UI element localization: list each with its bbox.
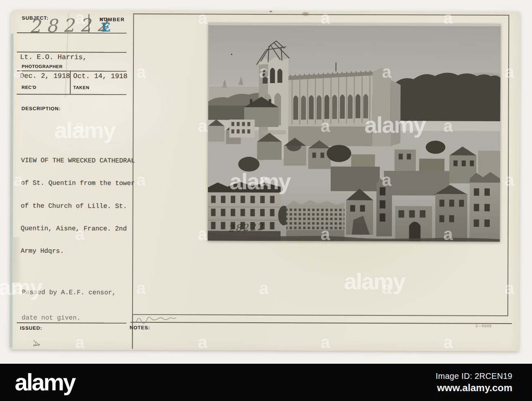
description-text: VIEW OF THE WRECKED CATHEDRAL of St. Que… bbox=[20, 142, 135, 270]
alamy-url-text: www.alamy.com bbox=[436, 382, 512, 394]
photographer-label: PHOTOGRAPHER bbox=[22, 64, 63, 69]
handwritten-scribble bbox=[134, 313, 179, 326]
stain bbox=[269, 11, 272, 12]
image-id-text: Image ID: 2RCEN19 bbox=[436, 372, 512, 381]
description-line: of the Church of Lille. St. bbox=[21, 202, 135, 211]
alamy-stock-page: SUBJECT: 28222 NUMBER E Lt. E.O. Harris,… bbox=[0, 0, 532, 401]
footer-bar: alamy Image ID: 2RCEN19 www.alamy.com bbox=[0, 364, 532, 401]
form-line bbox=[17, 52, 126, 53]
censor-line: date not given. bbox=[22, 313, 116, 324]
column-divider bbox=[132, 315, 133, 349]
issued-label: ISSUED: bbox=[20, 325, 42, 331]
photo-scene: 28222 bbox=[207, 23, 500, 242]
description-label: DESCRIPTION: bbox=[22, 106, 61, 111]
photograph: 28222 bbox=[207, 23, 500, 242]
description-line: Army Hdqrs. bbox=[20, 247, 135, 256]
photographer-name: Lt. E.O. Harris, bbox=[20, 53, 87, 61]
received-label: REC'D bbox=[22, 85, 36, 90]
form-divider bbox=[70, 70, 71, 94]
handwritten-initial: A bbox=[32, 340, 42, 347]
taken-date: Oct. 14, 1918 bbox=[73, 72, 128, 80]
archive-card: SUBJECT: 28222 NUMBER E Lt. E.O. Harris,… bbox=[10, 10, 520, 351]
description-line: VIEW OF THE WRECKED CATHEDRAL bbox=[21, 157, 135, 165]
form-code: 3—5605 bbox=[476, 324, 492, 328]
alamy-logo: alamy bbox=[15, 371, 75, 394]
received-date: Dec. 2, 1918 bbox=[20, 72, 70, 80]
form-line bbox=[17, 70, 126, 72]
censor-line: Passed by A.E.F. censor, bbox=[22, 287, 116, 298]
notes-line bbox=[131, 322, 512, 324]
taken-label: TAKEN bbox=[73, 85, 90, 90]
form-line bbox=[17, 94, 126, 95]
footer-info: Image ID: 2RCEN19 www.alamy.com bbox=[436, 372, 512, 394]
description-line: of St. Quentin from the tower bbox=[21, 179, 135, 188]
form-divider bbox=[88, 14, 89, 32]
description-line: Quentin, Aisne, France. 2nd bbox=[21, 225, 135, 233]
card-edge-sliver bbox=[10, 34, 14, 348]
